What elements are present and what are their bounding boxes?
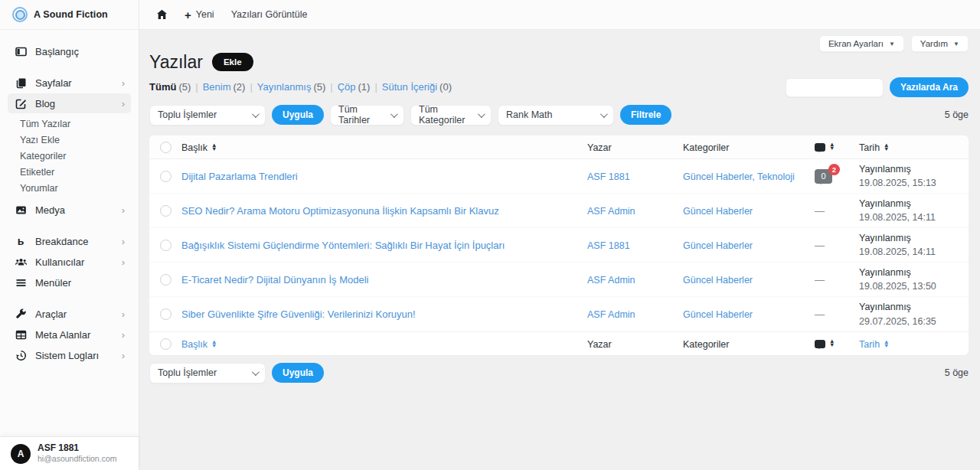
help-button[interactable]: Yardım ▼ xyxy=(911,35,969,52)
post-status: Yayınlanmış xyxy=(859,302,911,312)
bulk-actions-value: Toplu İşlemler xyxy=(158,367,217,378)
sidebar-item-meta-alanlar[interactable]: Meta Alanlar › xyxy=(8,325,131,344)
view-mine-link[interactable]: Benim(2) xyxy=(203,81,246,93)
author-link[interactable]: ASF Admin xyxy=(587,275,635,286)
view-trash-link[interactable]: Çöp(1) xyxy=(338,81,371,93)
sidebar-item-baslangic[interactable]: Başlangıç xyxy=(8,41,131,61)
column-header-title[interactable]: Başlık ▲▼ xyxy=(181,142,217,153)
no-comments-dash: — xyxy=(815,205,825,217)
sidebar-item-araclar[interactable]: Araçlar › xyxy=(8,304,131,324)
sidebar-item-menuler[interactable]: Menüler xyxy=(8,273,131,292)
post-title-link[interactable]: SEO Nedir? Arama Motoru Optimizasyonuna … xyxy=(181,205,499,217)
view-column-content-link[interactable]: Sütun İçeriği(0) xyxy=(382,81,452,93)
user-email: hi@asoundfiction.com xyxy=(38,454,116,464)
screen-options-label: Ekran Ayarları xyxy=(828,39,884,48)
bulk-actions-select[interactable]: Toplu İşlemler xyxy=(149,105,266,126)
row-checkbox[interactable] xyxy=(160,205,172,217)
comment-bubble-icon xyxy=(815,340,825,348)
comments-cell: — xyxy=(815,240,859,251)
post-date: 19.08.2025, 14:11 xyxy=(859,212,936,223)
date-cell: Yayınlanmış 29.07.2025, 16:35 xyxy=(859,300,969,328)
author-link[interactable]: ASF Admin xyxy=(587,206,635,217)
new-content-button[interactable]: + Yeni xyxy=(180,6,219,24)
submenu-item-etiketler[interactable]: Etiketler xyxy=(8,164,131,180)
column-header-categories: Kategoriler xyxy=(683,339,729,350)
screen-options-button[interactable]: Ekran Ayarları ▼ xyxy=(819,35,904,52)
submenu-item-yazi-ekle[interactable]: Yazı Ekle xyxy=(8,132,131,148)
apply-button[interactable]: Uygula xyxy=(272,363,324,383)
post-title-link[interactable]: Dijital Pazarlama Trendleri xyxy=(181,171,298,182)
sidebar-item-blog[interactable]: Blog › xyxy=(8,93,131,113)
row-checkbox[interactable] xyxy=(160,274,172,286)
author-link[interactable]: ASF 1881 xyxy=(587,171,630,182)
column-header-comments[interactable]: ▲▼ xyxy=(815,340,835,348)
column-header-title[interactable]: Başlık ▲▼ xyxy=(181,339,217,350)
categories-link[interactable]: Güncel Haberler xyxy=(683,275,753,286)
chevron-right-icon: › xyxy=(122,205,125,215)
column-header-author: Yazar xyxy=(587,142,612,153)
categories-link[interactable]: Güncel Haberler xyxy=(683,240,753,251)
select-all-checkbox[interactable] xyxy=(160,142,172,153)
author-link[interactable]: ASF 1881 xyxy=(587,240,630,251)
sidebar-item-label: Meta Alanlar xyxy=(35,329,113,341)
column-header-date[interactable]: Tarih ▲▼ xyxy=(859,339,890,350)
view-all-link[interactable]: Tümü(5) xyxy=(149,81,191,93)
bottom-bulk-controls: Toplu İşlemler Uygula 5 öge xyxy=(149,362,969,384)
chevron-right-icon: › xyxy=(122,351,125,361)
view-posts-link[interactable]: Yazıları Görüntüle xyxy=(227,6,312,23)
plus-icon: + xyxy=(185,9,191,21)
categories-link[interactable]: Güncel Haberler xyxy=(683,206,753,217)
post-title-link[interactable]: Siber Güvenlikte Şifre Güvenliği: Verile… xyxy=(181,308,416,320)
submenu-item-yorumlar[interactable]: Yorumlar xyxy=(8,180,131,196)
submenu-item-tum-yazilar[interactable]: Tüm Yazılar xyxy=(8,116,131,132)
categories-link[interactable]: Güncel Haberler xyxy=(683,309,753,320)
edit-icon xyxy=(15,97,27,109)
sidebar-item-kullanicilar[interactable]: Kullanıcılar › xyxy=(8,252,131,272)
sidebar-item-label: Blog xyxy=(35,98,113,109)
post-title-link[interactable]: Bağışıklık Sistemi Güçlendirme Yöntemler… xyxy=(181,240,505,251)
select-all-checkbox[interactable] xyxy=(160,338,172,350)
dashboard-icon xyxy=(15,45,27,57)
dates-filter-select[interactable]: Tüm Tarihler xyxy=(330,105,404,126)
post-title-link[interactable]: E-Ticaret Nedir? Dijital Dünyanın İş Mod… xyxy=(181,274,368,286)
row-checkbox[interactable] xyxy=(160,171,172,182)
sidebar-item-sayfalar[interactable]: Sayfalar › xyxy=(8,73,131,93)
apply-button[interactable]: Uygula xyxy=(272,105,324,125)
categories-link[interactable]: Güncel Haberler, Teknoloji xyxy=(683,171,795,182)
rank-math-filter-select[interactable]: Rank Math xyxy=(498,105,614,126)
post-date: 19.08.2025, 13:50 xyxy=(859,281,936,292)
pending-comments-badge: 2 xyxy=(828,164,840,175)
sidebar-item-label: Kullanıcılar xyxy=(35,256,113,268)
item-count: 5 öge xyxy=(945,109,969,120)
view-published-link[interactable]: Yayınlanmış(5) xyxy=(257,81,325,93)
row-checkbox[interactable] xyxy=(160,240,172,251)
sidebar-item-sistem-loglari[interactable]: Sistem Logları › xyxy=(8,345,131,365)
column-header-date[interactable]: Tarih ▲▼ xyxy=(859,142,890,153)
filter-button[interactable]: Filtrele xyxy=(620,105,671,125)
chevron-down-icon xyxy=(600,110,608,118)
bulk-actions-select[interactable]: Toplu İşlemler xyxy=(149,363,266,384)
column-header-comments[interactable]: ▲▼ xyxy=(815,143,835,152)
comments-cell: — xyxy=(815,205,859,217)
categories-filter-select[interactable]: Tüm Kategoriler xyxy=(410,105,492,126)
search-input[interactable] xyxy=(786,78,884,97)
comments-cell: — xyxy=(815,274,859,286)
brand-logo-link[interactable]: A Sound Fiction xyxy=(0,0,139,30)
home-icon xyxy=(156,9,168,20)
current-user-card[interactable]: A ASF 1881 hi@asoundfiction.com xyxy=(0,436,139,470)
chevron-down-icon xyxy=(252,368,260,376)
submenu-item-kategoriler[interactable]: Kategoriler xyxy=(8,148,131,164)
home-button[interactable] xyxy=(152,6,172,23)
chevron-down-icon xyxy=(252,110,260,118)
post-status: Yayınlanmış xyxy=(859,198,911,209)
sidebar-item-breakdance[interactable]: ь Breakdance › xyxy=(8,231,131,251)
chevron-right-icon: › xyxy=(122,257,125,267)
sidebar-item-medya[interactable]: Medya › xyxy=(8,200,131,220)
add-post-button[interactable]: Ekle xyxy=(212,53,253,71)
no-comments-dash: — xyxy=(815,240,825,251)
sidebar-item-label: Breakdance xyxy=(35,236,113,247)
users-icon xyxy=(15,256,27,268)
search-posts-button[interactable]: Yazılarda Ara xyxy=(890,77,969,97)
author-link[interactable]: ASF Admin xyxy=(587,309,635,320)
row-checkbox[interactable] xyxy=(160,308,172,320)
